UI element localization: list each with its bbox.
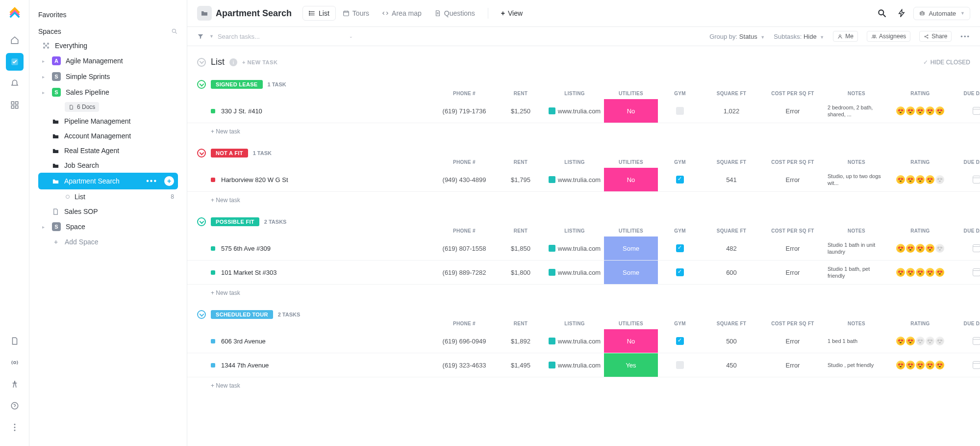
sqft-cell[interactable]: 500 (702, 338, 761, 345)
column-header[interactable]: NOTES (825, 91, 888, 96)
phone-cell[interactable]: (619) 696-0949 (432, 338, 496, 345)
list-status-icon[interactable] (197, 58, 206, 67)
rating-cell[interactable]: 😍😍😍😍😍 (888, 106, 952, 115)
rent-cell[interactable]: $1,800 (496, 269, 545, 276)
column-header[interactable]: RENT (496, 228, 545, 234)
app-logo[interactable] (8, 6, 22, 20)
favorites-heading[interactable]: Favorites (38, 8, 178, 22)
column-header[interactable]: UTILITIES (604, 91, 658, 96)
listing-cell[interactable]: www.trulia.com (545, 245, 604, 252)
column-header[interactable]: SQUARE FT (702, 91, 761, 96)
column-header[interactable]: COST PER SQ FT (761, 321, 825, 326)
status-tag[interactable]: SCHEDULED TOUR (211, 310, 273, 319)
more-icon[interactable]: ••• (960, 33, 970, 40)
task-row[interactable]: 575 6th Ave #309 (619) 807-1558 $1,850 w… (187, 236, 980, 261)
rating-cell[interactable]: 😍😍😍😍😍 (888, 244, 952, 253)
view-tab-area map[interactable]: Area map (376, 6, 427, 20)
column-header[interactable]: PHONE # (432, 159, 496, 165)
rent-cell[interactable]: $1,250 (496, 107, 545, 115)
due-date-cell[interactable] (952, 361, 980, 369)
view-tab-questions[interactable]: Questions (428, 6, 481, 20)
utilities-cell[interactable]: No (604, 329, 658, 353)
status-dot[interactable] (211, 178, 215, 182)
column-header[interactable]: RENT (496, 159, 545, 165)
spaces-heading[interactable]: Spaces (38, 25, 178, 38)
status-tag[interactable]: SIGNED LEASE (211, 80, 263, 89)
gym-cell[interactable] (658, 361, 702, 369)
rail-home-icon[interactable] (6, 31, 24, 49)
status-tag[interactable]: POSSIBLE FIT (211, 217, 259, 226)
notes-cell[interactable]: Studio 1 bath, pet friendly (825, 263, 888, 282)
column-header[interactable]: SQUARE FT (702, 228, 761, 234)
cost-cell[interactable]: Error (761, 107, 825, 115)
task-row[interactable]: 330 J St. #410 (619) 719-1736 $1,250 www… (187, 99, 980, 123)
listing-cell[interactable]: www.trulia.com (545, 338, 604, 345)
rating-cell[interactable]: 😍😍😍😍😍 (888, 337, 952, 345)
rent-cell[interactable]: $1,850 (496, 245, 545, 252)
sidebar-folder[interactable]: Pipeline Management (38, 114, 178, 129)
checkbox[interactable] (676, 268, 684, 276)
group-collapse-icon[interactable] (197, 217, 206, 226)
rail-tasks-icon[interactable] (6, 53, 24, 71)
rating-cell[interactable]: 😍😍😍😍😍 (888, 175, 952, 184)
sidebar-space[interactable]: ▸AAgile Management (38, 53, 178, 69)
task-row[interactable]: 1344 7th Avenue (619) 323-4633 $1,495 ww… (187, 353, 980, 377)
status-dot[interactable] (211, 363, 215, 367)
listing-cell[interactable]: www.trulia.com (545, 269, 604, 276)
checkbox[interactable] (676, 107, 684, 115)
automate-button[interactable]: Automate ▼ (913, 7, 970, 20)
column-header[interactable]: GYM (658, 228, 702, 234)
rail-notifications-icon[interactable] (6, 75, 24, 92)
due-date-cell[interactable] (952, 176, 980, 184)
column-header[interactable]: DUE DATE (952, 321, 980, 326)
cost-cell[interactable]: Error (761, 362, 825, 369)
due-date-cell[interactable] (952, 244, 980, 252)
column-header[interactable]: RATING (888, 321, 952, 326)
rail-goals-icon[interactable] (6, 375, 24, 393)
column-header[interactable]: DUE DATE (952, 91, 980, 96)
column-header[interactable]: LISTING (545, 321, 604, 326)
task-name[interactable]: 575 6th Ave #309 (221, 245, 271, 252)
rating-cell[interactable]: 😍😍😍😍😍 (888, 268, 952, 277)
task-name[interactable]: 101 Market St #303 (221, 269, 276, 276)
sqft-cell[interactable]: 600 (702, 269, 761, 276)
utilities-cell[interactable]: Yes (604, 353, 658, 377)
column-header[interactable]: COST PER SQ FT (761, 228, 825, 234)
task-name[interactable]: 1344 7th Avenue (221, 362, 269, 369)
column-header[interactable]: GYM (658, 91, 702, 96)
phone-cell[interactable]: (619) 807-1558 (432, 245, 496, 252)
new-task-link[interactable]: + NEW TASK (242, 59, 277, 65)
phone-cell[interactable]: (949) 430-4899 (432, 176, 496, 184)
task-row[interactable]: Harborview 820 W G St (949) 430-4899 $1,… (187, 168, 980, 192)
rail-more-icon[interactable] (6, 419, 24, 436)
cost-cell[interactable]: Error (761, 338, 825, 345)
listing-cell[interactable]: www.trulia.com (545, 176, 604, 184)
rent-cell[interactable]: $1,495 (496, 362, 545, 369)
group-by[interactable]: Group by: Status ▼ (709, 33, 765, 40)
checkbox[interactable] (676, 244, 684, 252)
column-header[interactable]: DUE DATE (952, 159, 980, 165)
column-header[interactable]: GYM (658, 159, 702, 165)
bolt-icon[interactable] (896, 7, 907, 19)
column-header[interactable]: SQUARE FT (702, 159, 761, 165)
due-date-cell[interactable] (952, 268, 980, 276)
cost-cell[interactable]: Error (761, 269, 825, 276)
new-task-button[interactable]: + New task (187, 123, 980, 140)
group-collapse-icon[interactable] (197, 310, 206, 319)
status-dot[interactable] (211, 246, 215, 251)
task-row[interactable]: 101 Market St #303 (619) 889-7282 $1,800… (187, 261, 980, 285)
column-header[interactable]: RATING (888, 228, 952, 234)
column-header[interactable]: RATING (888, 91, 952, 96)
phone-cell[interactable]: (619) 719-1736 (432, 107, 496, 115)
subtasks-toggle[interactable]: Subtasks: Hide ▼ (774, 33, 824, 40)
column-header[interactable]: UTILITIES (604, 228, 658, 234)
column-header[interactable]: SQUARE FT (702, 321, 761, 326)
search-icon[interactable] (171, 28, 178, 35)
status-dot[interactable] (211, 270, 215, 275)
gym-cell[interactable] (658, 176, 702, 184)
docs-pill[interactable]: 6 Docs (65, 102, 99, 112)
new-task-button[interactable]: + New task (187, 377, 980, 394)
column-header[interactable]: RENT (496, 321, 545, 326)
checkbox[interactable] (676, 337, 684, 345)
status-tag[interactable]: NOT A FIT (211, 149, 248, 157)
